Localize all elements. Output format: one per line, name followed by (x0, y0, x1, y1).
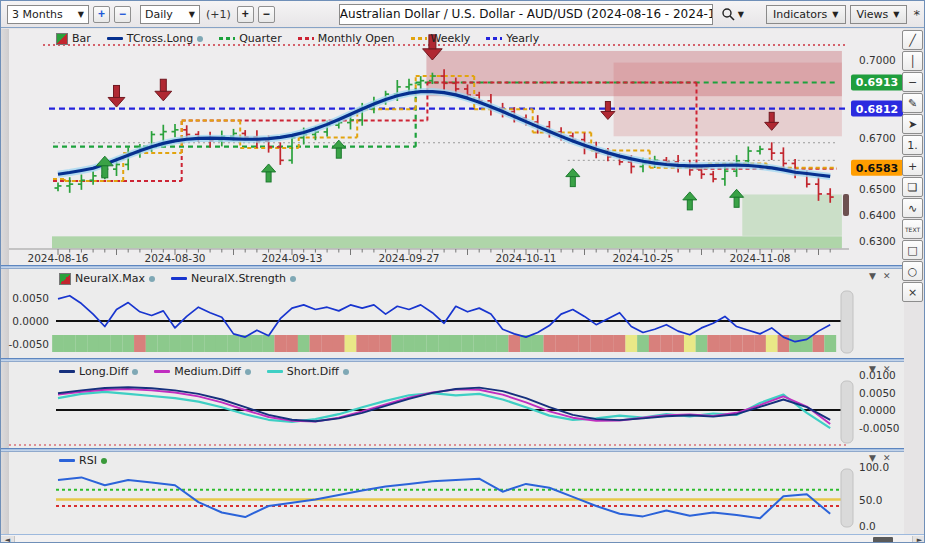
price-axis-label: 0.7000 (859, 54, 896, 66)
tool-callout-button[interactable]: ❏ (902, 177, 923, 197)
tool-wave-button[interactable]: ∿ (902, 198, 923, 218)
chevron-down-icon: ▼ (893, 10, 899, 19)
interval-select-value: Daily (145, 8, 173, 21)
main-legend-label: Yearly (506, 32, 539, 45)
interval-select[interactable]: Daily ▼ (140, 5, 200, 24)
range-select[interactable]: 3 Months ▼ (7, 5, 89, 24)
trading-app-window: 3 Months ▼ + − Daily ▼ (+1) + − Australi… (0, 0, 925, 543)
neuralx-legend-item[interactable]: NeuralX.Max (59, 272, 155, 285)
diff-legend-item[interactable]: Short.Diff (267, 365, 349, 378)
indicator-settings-dot[interactable] (290, 276, 296, 282)
main-legend-item[interactable]: Monthly Open (298, 32, 395, 45)
price-badge-label: 0.6812 (856, 103, 898, 116)
tool-trendline-button[interactable]: ╱ (902, 30, 923, 50)
max-strip-cell (649, 335, 661, 352)
tool-horizontal-line-button[interactable]: ─ (902, 72, 923, 92)
tool-marker-button[interactable]: ➤ (902, 114, 923, 134)
price-axis-label: 0.6700 (859, 132, 896, 144)
max-strip-cell (731, 335, 743, 352)
main-legend-item[interactable]: Quarter (219, 32, 282, 45)
max-strip-cell (590, 335, 602, 352)
max-strip-cell (602, 335, 614, 352)
max-strip-cell (146, 335, 158, 352)
x-axis-label: 2024-08-16 (27, 252, 88, 264)
indicators-button[interactable]: Indicators ▼ (766, 5, 846, 24)
scroll-left-button[interactable]: ◄ (1, 536, 15, 543)
panel-zoom-slider[interactable] (841, 381, 853, 443)
panel-collapse-button[interactable]: ▼ (869, 454, 876, 463)
max-strip-cell (251, 335, 263, 352)
tool-angle-button[interactable]: 1. (902, 135, 923, 155)
main-legend-label: TCross.Long (127, 32, 193, 45)
max-strip-cell (263, 335, 275, 352)
neuralx-legend-item[interactable]: NeuralX.Strength (171, 272, 296, 285)
favorite-star-icon[interactable]: * (914, 7, 921, 22)
diff-axis-label: 0.0000 (859, 404, 896, 416)
neuralx-legend-label: NeuralX.Max (75, 272, 145, 285)
main-legend-item[interactable]: Yearly (486, 32, 539, 45)
panel-zoom-slider[interactable] (841, 469, 853, 527)
panel-splitter[interactable] (1, 448, 904, 452)
tool-ellipse-button[interactable]: ○ (902, 261, 923, 281)
panel-zoom-slider[interactable] (841, 291, 853, 353)
chevron-down-icon[interactable]: ▼ (738, 10, 744, 19)
indicator-settings-dot[interactable] (149, 276, 155, 282)
panel-close-button[interactable]: ✕ (883, 454, 891, 463)
range-decrease-button[interactable]: − (114, 6, 131, 23)
max-strip-cell (485, 335, 497, 352)
views-button[interactable]: Views ▼ (850, 5, 907, 24)
scroll-right-button[interactable]: ► (912, 536, 925, 543)
panel-splitter[interactable] (1, 265, 904, 269)
tool-close-button[interactable]: × (902, 282, 923, 302)
search-icon[interactable] (721, 7, 736, 22)
rsi-legend-item[interactable]: RSI (59, 454, 107, 467)
indicator-settings-dot[interactable] (245, 369, 251, 375)
tool-vertical-line-button[interactable]: │ (902, 51, 923, 71)
price-zone (614, 63, 842, 137)
main-legend-label: Quarter (239, 32, 282, 45)
panel-splitter[interactable] (1, 358, 904, 362)
offset-decrease-button[interactable]: − (258, 6, 275, 23)
dashed-line-icon (298, 37, 314, 40)
diff-legend-label: Medium.Diff (174, 365, 241, 378)
main-legend-item[interactable]: Weekly (411, 32, 471, 45)
max-strip-cell (181, 335, 193, 352)
max-strip-cell (391, 335, 403, 352)
indicator-settings-dot[interactable] (197, 36, 203, 42)
max-strip-cell (555, 335, 567, 352)
range-increase-button[interactable]: + (93, 6, 110, 23)
panel-close-button[interactable]: ✕ (883, 272, 891, 281)
max-strip-cell (64, 335, 76, 352)
offset-increase-button[interactable]: + (237, 6, 254, 23)
x-axis-label: 2024-09-27 (378, 252, 439, 264)
max-strip-cell (310, 335, 322, 352)
max-strip-cell (742, 335, 754, 352)
diff-legend-item[interactable]: Long.Diff (59, 365, 138, 378)
panel-collapse-button[interactable]: ▼ (869, 365, 876, 374)
panel-close-button[interactable]: ✕ (883, 365, 891, 374)
dashed-line-icon (219, 37, 235, 40)
diff-legend-item[interactable]: Medium.Diff (154, 365, 251, 378)
panel-collapse-button[interactable]: ▼ (869, 272, 876, 281)
indicator-settings-dot[interactable] (343, 369, 349, 375)
main-legend-item[interactable]: Bar (56, 32, 91, 45)
scrollbar-track[interactable] (15, 536, 912, 543)
panel-controls: ▼✕ (869, 272, 890, 281)
indicator-settings-dot[interactable] (101, 458, 107, 464)
vertical-scroll-thumb[interactable] (843, 194, 849, 216)
tool-rectangle-button[interactable]: □ (902, 240, 923, 260)
max-strip-cell (707, 335, 719, 352)
max-strip-cell (438, 335, 450, 352)
max-strip-cell (134, 335, 146, 352)
max-strip-cell (824, 335, 836, 352)
tool-crosshair-button[interactable]: + (902, 156, 923, 176)
scrollbar-thumb[interactable] (873, 537, 893, 543)
neuralx-panel-legend: NeuralX.MaxNeuralX.Strength (59, 272, 296, 285)
horizontal-scrollbar[interactable]: ◄ ► (1, 534, 925, 543)
main-legend-item[interactable]: TCross.Long (107, 32, 203, 45)
tool-text-button[interactable]: TEXT (902, 219, 923, 239)
tool-pen-button[interactable]: ✎ (902, 93, 923, 113)
indicator-settings-dot[interactable] (132, 369, 138, 375)
max-strip-cell (532, 335, 544, 352)
max-strip-cell (462, 335, 474, 352)
